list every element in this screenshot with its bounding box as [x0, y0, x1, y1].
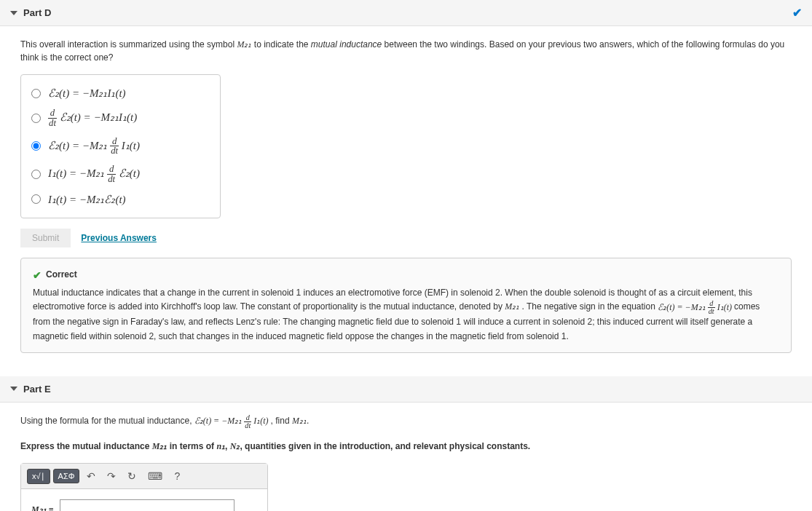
caret-down-icon	[10, 387, 17, 391]
option-4[interactable]: I₁(t) = −M₂₁ ddt ℰ₂(t)	[31, 160, 210, 189]
part-e-body: Using the formula for the mutual inducta…	[0, 403, 812, 511]
part-d-body: This overall interaction is summarized u…	[0, 26, 812, 371]
option-3[interactable]: ℰ₂(t) = −M₂₁ ddt I₁(t)	[31, 132, 210, 161]
part-d-buttons: Submit Previous Answers	[20, 229, 792, 247]
feedback-box: ✔ Correct Mutual inductance indicates th…	[20, 258, 792, 353]
option-1[interactable]: ℰ₂(t) = −M₂₁I₁(t)	[31, 82, 210, 104]
answer-area: x√∣ ΑΣΦ ↶ ↷ ↻ ⌨ ? M₂₁ =	[20, 463, 268, 511]
option-label: ℰ₂(t) = −M₂₁ ddt I₁(t)	[48, 137, 140, 157]
radio[interactable]	[31, 170, 41, 179]
option-label: I₁(t) = −M₂₁ ddt ℰ₂(t)	[48, 165, 140, 184]
answer-label: M₂₁ =	[31, 504, 54, 511]
check-icon: ✔	[792, 6, 802, 20]
option-2[interactable]: ddt ℰ₂(t) = −M₂₁I₁(t)	[31, 104, 210, 132]
part-e-prompt: Using the formula for the mutual inducta…	[20, 414, 792, 429]
help-icon[interactable]: ?	[170, 468, 184, 484]
math-symbol: M₂₁	[237, 39, 251, 49]
part-e-express: Express the mutual inductance M₂₁ in ter…	[20, 440, 792, 453]
part-e-title: Part E	[23, 384, 51, 395]
answer-toolbar: x√∣ ΑΣΦ ↶ ↷ ↻ ⌨ ?	[21, 464, 267, 489]
emphasis: mutual inductance	[311, 39, 382, 49]
toolbar-greek-button[interactable]: ΑΣΦ	[53, 469, 80, 483]
option-label: ℰ₂(t) = −M₂₁I₁(t)	[48, 87, 126, 100]
option-label: ddt ℰ₂(t) = −M₂₁I₁(t)	[48, 108, 137, 128]
reset-icon[interactable]: ↻	[123, 468, 141, 484]
radio[interactable]	[31, 194, 41, 204]
redo-icon[interactable]: ↷	[103, 468, 120, 484]
part-d-title: Part D	[23, 7, 51, 18]
feedback-title-text: Correct	[46, 268, 77, 282]
text: This overall interaction is summarized u…	[20, 39, 237, 49]
radio[interactable]	[31, 89, 41, 98]
radio[interactable]	[31, 141, 41, 151]
option-5[interactable]: I₁(t) = −M₂₁ℰ₂(t)	[31, 189, 210, 210]
feedback-title: ✔ Correct	[33, 267, 779, 283]
part-d-prompt: This overall interaction is summarized u…	[20, 38, 792, 64]
answer-row: M₂₁ =	[21, 489, 267, 511]
previous-answers-link[interactable]: Previous Answers	[81, 233, 157, 243]
submit-button-disabled: Submit	[20, 229, 71, 247]
option-label: I₁(t) = −M₂₁ℰ₂(t)	[48, 193, 126, 206]
feedback-text: Mutual inductance indicates that a chang…	[33, 286, 779, 344]
check-icon: ✔	[33, 267, 42, 283]
undo-icon[interactable]: ↶	[82, 468, 100, 484]
toolbar-templates-button[interactable]: x√∣	[27, 469, 50, 484]
keyboard-icon[interactable]: ⌨	[143, 468, 167, 484]
radio[interactable]	[31, 114, 41, 123]
answer-input[interactable]	[60, 499, 234, 511]
part-d-header[interactable]: Part D ✔	[0, 0, 812, 26]
options-box: ℰ₂(t) = −M₂₁I₁(t) ddt ℰ₂(t) = −M₂₁I₁(t) …	[20, 74, 221, 218]
part-e-header[interactable]: Part E	[0, 376, 812, 403]
caret-down-icon	[10, 11, 17, 15]
text: to indicate the	[254, 39, 311, 49]
